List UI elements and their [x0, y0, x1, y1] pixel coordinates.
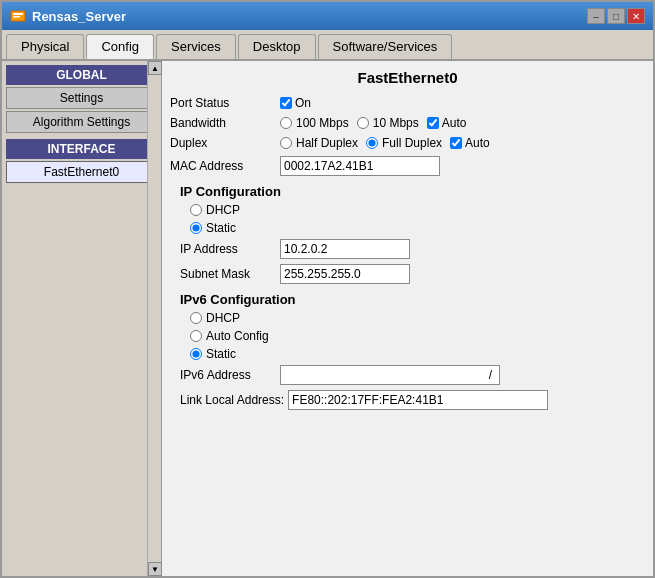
- ipv6-auto-config-label: Auto Config: [206, 329, 269, 343]
- duplex-half-group: Half Duplex: [280, 136, 358, 150]
- link-local-row: Link Local Address:: [180, 390, 645, 410]
- right-panel: FastEthernet0 Port Status On Bandwidth: [162, 61, 653, 576]
- window-title: Rensas_Server: [32, 9, 126, 24]
- close-button[interactable]: ✕: [627, 8, 645, 24]
- scroll-thumb: [148, 75, 161, 562]
- tab-software-services[interactable]: Software/Services: [318, 34, 453, 59]
- duplex-full-label: Full Duplex: [382, 136, 442, 150]
- panel-title: FastEthernet0: [170, 69, 645, 86]
- duplex-full-group: Full Duplex: [366, 136, 442, 150]
- settings-button[interactable]: Settings: [6, 87, 157, 109]
- link-local-label: Link Local Address:: [180, 393, 284, 407]
- ip-config-header: IP Configuration: [180, 184, 645, 199]
- ipv6-dhcp-label: DHCP: [206, 311, 240, 325]
- port-status-label: Port Status: [170, 96, 280, 110]
- ip-static-label: Static: [206, 221, 236, 235]
- ipv6-slash: /: [489, 368, 492, 382]
- port-status-controls: On: [280, 96, 311, 110]
- ipv6-dhcp-row: DHCP: [190, 311, 645, 325]
- port-status-on-label: On: [295, 96, 311, 110]
- ipv6-static-label: Static: [206, 347, 236, 361]
- scroll-up-arrow[interactable]: ▲: [148, 61, 162, 75]
- tab-services[interactable]: Services: [156, 34, 236, 59]
- main-content: GLOBAL Settings Algorithm Settings INTER…: [2, 61, 653, 576]
- svg-rect-1: [13, 13, 23, 15]
- duplex-auto-group: Auto: [450, 136, 490, 150]
- ip-address-label: IP Address: [180, 242, 280, 256]
- tab-desktop[interactable]: Desktop: [238, 34, 316, 59]
- tab-bar: Physical Config Services Desktop Softwar…: [2, 30, 653, 61]
- bandwidth-100-group: 100 Mbps: [280, 116, 349, 130]
- mac-address-input[interactable]: [280, 156, 440, 176]
- port-status-checkbox[interactable]: [280, 97, 292, 109]
- bandwidth-auto-group: Auto: [427, 116, 467, 130]
- subnet-mask-label: Subnet Mask: [180, 267, 280, 281]
- ip-static-radio[interactable]: [190, 222, 202, 234]
- title-bar-left: Rensas_Server: [10, 8, 126, 24]
- tab-config[interactable]: Config: [86, 34, 154, 59]
- ipv6-dhcp-radio[interactable]: [190, 312, 202, 324]
- mac-address-label: MAC Address: [170, 159, 280, 173]
- title-controls: – □ ✕: [587, 8, 645, 24]
- ip-address-input[interactable]: [280, 239, 410, 259]
- port-status-row: Port Status On: [170, 96, 645, 110]
- duplex-half-radio[interactable]: [280, 137, 292, 149]
- bandwidth-10-radio[interactable]: [357, 117, 369, 129]
- bandwidth-10-label: 10 Mbps: [373, 116, 419, 130]
- duplex-label: Duplex: [170, 136, 280, 150]
- ip-dhcp-label: DHCP: [206, 203, 240, 217]
- ip-dhcp-row: DHCP: [190, 203, 645, 217]
- sidebar-scrollbar[interactable]: ▲ ▼: [147, 61, 161, 576]
- svg-rect-2: [13, 16, 20, 18]
- bandwidth-100-label: 100 Mbps: [296, 116, 349, 130]
- ipv6-auto-config-row: Auto Config: [190, 329, 645, 343]
- tab-physical[interactable]: Physical: [6, 34, 84, 59]
- duplex-half-label: Half Duplex: [296, 136, 358, 150]
- bandwidth-100-radio[interactable]: [280, 117, 292, 129]
- ipv6-static-radio[interactable]: [190, 348, 202, 360]
- title-bar: Rensas_Server – □ ✕: [2, 2, 653, 30]
- ipv6-address-row: IPv6 Address /: [180, 365, 645, 385]
- bandwidth-label: Bandwidth: [170, 116, 280, 130]
- subnet-mask-input[interactable]: [280, 264, 410, 284]
- sidebar: GLOBAL Settings Algorithm Settings INTER…: [2, 61, 162, 576]
- minimize-button[interactable]: –: [587, 8, 605, 24]
- app-icon: [10, 8, 26, 24]
- maximize-button[interactable]: □: [607, 8, 625, 24]
- ipv6-config-header: IPv6 Configuration: [180, 292, 645, 307]
- ipv6-address-input[interactable]: [280, 365, 500, 385]
- main-window: Rensas_Server – □ ✕ Physical Config Serv…: [0, 0, 655, 578]
- algorithm-settings-button[interactable]: Algorithm Settings: [6, 111, 157, 133]
- duplex-auto-checkbox[interactable]: [450, 137, 462, 149]
- duplex-full-radio[interactable]: [366, 137, 378, 149]
- bandwidth-auto-label: Auto: [442, 116, 467, 130]
- ip-dhcp-radio[interactable]: [190, 204, 202, 216]
- subnet-mask-row: Subnet Mask: [180, 264, 645, 284]
- bandwidth-controls: 100 Mbps 10 Mbps Auto: [280, 116, 466, 130]
- ip-address-row: IP Address: [180, 239, 645, 259]
- bandwidth-10-group: 10 Mbps: [357, 116, 419, 130]
- fast-ethernet-button[interactable]: FastEthernet0: [6, 161, 157, 183]
- sidebar-global-section: GLOBAL: [6, 65, 157, 85]
- sidebar-interface-section: INTERFACE: [6, 139, 157, 159]
- mac-address-row: MAC Address: [170, 156, 645, 176]
- duplex-row: Duplex Half Duplex Full Duplex Auto: [170, 136, 645, 150]
- duplex-controls: Half Duplex Full Duplex Auto: [280, 136, 490, 150]
- duplex-auto-label: Auto: [465, 136, 490, 150]
- ip-static-row: Static: [190, 221, 645, 235]
- ipv6-auto-config-radio[interactable]: [190, 330, 202, 342]
- bandwidth-row: Bandwidth 100 Mbps 10 Mbps Auto: [170, 116, 645, 130]
- ipv6-address-label: IPv6 Address: [180, 368, 280, 382]
- link-local-input[interactable]: [288, 390, 548, 410]
- ipv6-field-container: /: [280, 365, 500, 385]
- scroll-down-arrow[interactable]: ▼: [148, 562, 162, 576]
- port-status-checkbox-group: On: [280, 96, 311, 110]
- ipv6-static-row: Static: [190, 347, 645, 361]
- bandwidth-auto-checkbox[interactable]: [427, 117, 439, 129]
